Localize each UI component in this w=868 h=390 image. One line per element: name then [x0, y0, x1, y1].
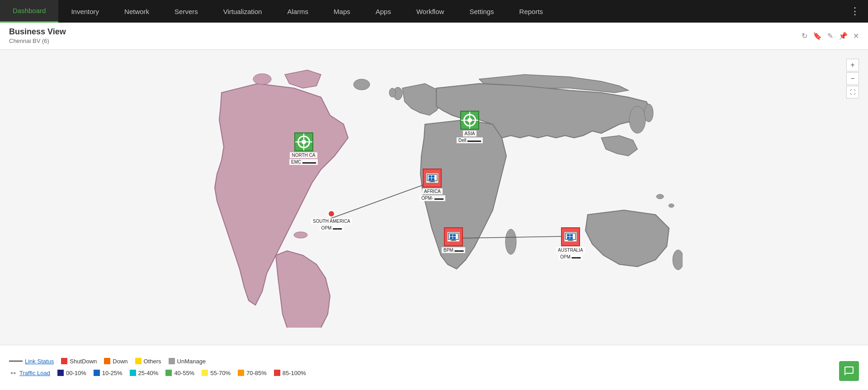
page-title: Business View [9, 27, 66, 37]
nav-servers[interactable]: Servers [162, 0, 211, 23]
node-box-africa-south [444, 227, 463, 246]
legend-shutdown: ShutDown [61, 358, 97, 365]
unmanage-color [169, 358, 175, 364]
zoom-controls: + − ⛶ [846, 59, 859, 99]
node-label-south-america: SOUTH AMERICA [311, 218, 352, 224]
legend-t5: 55-70% [202, 370, 231, 376]
t1-color [57, 370, 64, 376]
t5-color [202, 370, 208, 376]
footer-legend: Link Status ShutDown Down Others UnManag… [0, 345, 868, 390]
legend-others: Others [135, 358, 161, 365]
legend-t1: 00-10% [57, 370, 86, 376]
expand-button[interactable]: ⛶ [846, 86, 859, 99]
node-label-australia: AUSTRALIA [556, 247, 585, 253]
chat-button[interactable] [839, 361, 859, 381]
link-status-label[interactable]: Link Status [25, 358, 54, 365]
svg-rect-23 [450, 234, 453, 236]
node-box-australia [561, 227, 580, 246]
node-sublabel-south-america: OPM ▬▬ [320, 225, 344, 231]
legend-row-status: Link Status ShutDown Down Others UnManag… [9, 358, 859, 365]
node-sublabel-africa: OPM- ▬▬ [420, 195, 445, 201]
svg-rect-19 [432, 178, 434, 180]
node-label-africa: AFRICA [422, 188, 443, 194]
svg-rect-18 [429, 178, 431, 180]
alert-dot-south-america [328, 210, 335, 217]
nav-alarms[interactable]: Alarms [274, 0, 321, 23]
map-svg-wrapper: NORTH CA EMC ▬▬▬ ASIA Dell ▬▬▬ [185, 66, 683, 329]
legend-t7: 85-100% [274, 370, 306, 376]
legend-unmanage: UnManage [169, 358, 206, 365]
nav-dashboard[interactable]: Dashboard [0, 0, 58, 23]
page-header-left: Business View Chennai BV (6) [9, 27, 66, 45]
svg-rect-26 [453, 237, 456, 239]
t3-color [130, 370, 136, 376]
legend-line-icon [9, 361, 23, 362]
edit-icon[interactable]: ✎ [827, 32, 833, 40]
node-box-asia [460, 111, 479, 130]
node-label-north-ca: NORTH CA [290, 152, 317, 158]
svg-rect-25 [450, 237, 453, 239]
nav-settings[interactable]: Settings [457, 0, 506, 23]
target-icon-north-ca [297, 136, 310, 148]
node-asia[interactable]: ASIA Dell ▬▬▬ [457, 111, 483, 143]
nav-virtualization[interactable]: Virtualization [211, 0, 275, 23]
traffic-load-label[interactable]: Traffic Load [19, 370, 50, 376]
node-north-ca[interactable]: NORTH CA EMC ▬▬▬ [289, 132, 318, 165]
node-africa-south[interactable]: BPM ▬▬ [442, 227, 465, 253]
nav-maps[interactable]: Maps [321, 0, 363, 23]
legend-row-traffic: ↔ Traffic Load 00-10% 10-25% 25-40% 40-5… [9, 368, 859, 378]
bookmark-icon[interactable]: 🔖 [813, 32, 822, 40]
svg-rect-31 [570, 234, 573, 236]
monitor-icon-africa [426, 173, 439, 183]
svg-rect-24 [453, 234, 456, 236]
others-color [135, 358, 142, 364]
zoom-in-button[interactable]: + [846, 59, 859, 71]
node-australia[interactable]: AUSTRALIA OPM ▬▬ [556, 227, 585, 260]
page-header: Business View Chennai BV (6) ↻ 🔖 ✎ 📌 ✕ [0, 23, 868, 50]
legend-down: Down [104, 358, 127, 365]
nav-inventory[interactable]: Inventory [58, 0, 112, 23]
node-box-africa [423, 169, 442, 188]
legend-t6: 70-85% [238, 370, 267, 376]
nav-network[interactable]: Network [112, 0, 162, 23]
zoom-out-button[interactable]: − [846, 72, 859, 85]
pin-icon[interactable]: 📌 [839, 32, 848, 40]
traffic-arrow-icon: ↔ [9, 368, 17, 378]
refresh-icon[interactable]: ↻ [802, 32, 807, 40]
target-icon-asia [463, 114, 476, 127]
svg-rect-32 [567, 237, 570, 239]
legend-t4: 40-55% [165, 370, 194, 376]
t7-color [274, 370, 280, 376]
node-label-africa-south: BPM ▬▬ [442, 247, 465, 253]
node-africa-monitor[interactable]: AFRICA OPM- ▬▬ [420, 169, 445, 201]
svg-rect-30 [567, 234, 570, 236]
node-label-asia: ASIA [463, 131, 477, 136]
main-content: + − ⛶ [0, 50, 868, 345]
legend-t2: 10-25% [94, 370, 123, 376]
node-sublabel-australia: OPM ▬▬ [558, 254, 583, 260]
node-south-america[interactable]: SOUTH AMERICA OPM ▬▬ [311, 210, 352, 231]
node-box-north-ca [294, 132, 313, 151]
page-header-right: ↻ 🔖 ✎ 📌 ✕ [802, 32, 859, 40]
page-subtitle: Chennai BV (6) [9, 38, 49, 44]
down-color [104, 358, 110, 364]
t6-color [238, 370, 244, 376]
map-container: NORTH CA EMC ▬▬▬ ASIA Dell ▬▬▬ [0, 50, 868, 345]
t4-color [165, 370, 172, 376]
top-navigation: Dashboard Inventory Network Servers Virt… [0, 0, 868, 23]
close-icon[interactable]: ✕ [853, 32, 859, 40]
map-overlay: NORTH CA EMC ▬▬▬ ASIA Dell ▬▬▬ [185, 66, 683, 328]
legend-t3: 25-40% [130, 370, 159, 376]
nav-workflow[interactable]: Workflow [404, 0, 457, 23]
svg-rect-16 [429, 175, 431, 178]
svg-rect-17 [432, 175, 434, 178]
node-sublabel-asia: Dell ▬▬▬ [457, 137, 483, 143]
legend-traffic-load: ↔ Traffic Load [9, 368, 50, 378]
shutdown-color [61, 358, 67, 364]
svg-line-12 [461, 236, 565, 238]
legend-link-status: Link Status [9, 358, 54, 365]
nav-more-button[interactable]: ⋮ [842, 5, 868, 17]
nav-reports[interactable]: Reports [507, 0, 556, 23]
monitor-icon-australia [564, 232, 577, 242]
nav-apps[interactable]: Apps [363, 0, 404, 23]
